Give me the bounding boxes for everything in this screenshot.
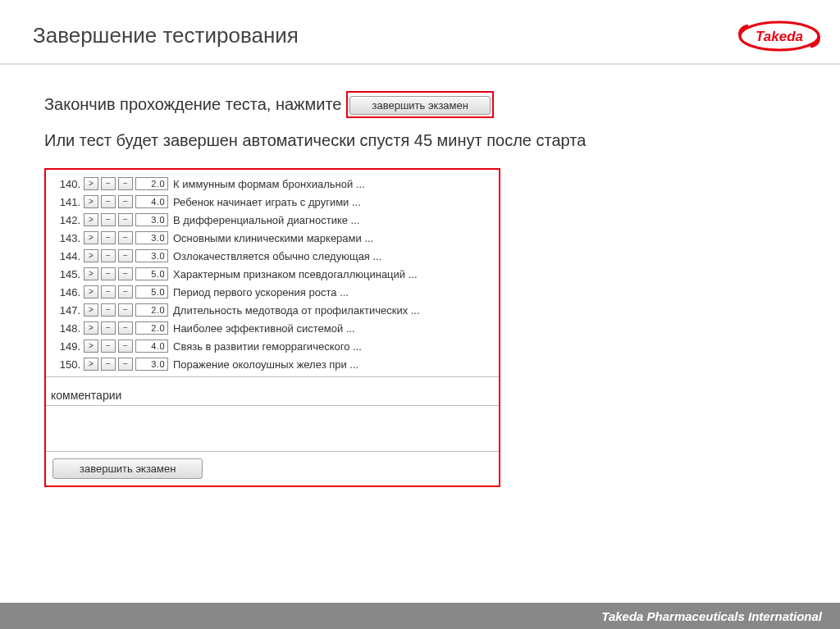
question-row: 147.>−−2.0Длительность медотвода от проф…: [46, 301, 499, 319]
instruction-text-2: Или тест будет завершен автоматически сп…: [44, 131, 586, 150]
minus-button[interactable]: −: [118, 195, 133, 208]
goto-question-button[interactable]: >: [84, 249, 98, 262]
minus-button[interactable]: −: [118, 249, 133, 262]
goto-question-button[interactable]: >: [84, 358, 98, 371]
question-row: 142.>−−3.0В дифференциальной диагностике…: [46, 211, 499, 229]
question-text: В дифференциальной диагностике ...: [173, 214, 492, 226]
goto-question-button[interactable]: >: [84, 213, 98, 226]
minus-button[interactable]: −: [118, 231, 133, 244]
goto-question-button[interactable]: >: [84, 285, 98, 299]
question-text: Наиболее эффективной системой ...: [173, 322, 492, 335]
footer: Takeda Pharmaceuticals International: [0, 603, 840, 629]
question-number: 143.: [52, 232, 84, 244]
goto-question-button[interactable]: >: [84, 195, 98, 208]
instruction-line-2: Или тест будет завершен автоматически сп…: [44, 131, 796, 150]
question-text: Длительность медотвода от профилактическ…: [173, 304, 492, 317]
question-number: 144.: [52, 250, 84, 262]
goto-question-button[interactable]: >: [84, 267, 98, 280]
question-text: К иммунным формам бронхиальной ...: [173, 178, 492, 190]
question-number: 148.: [52, 322, 84, 335]
question-text: Озлокачествляется обычно следующая ...: [173, 250, 492, 262]
goto-question-button[interactable]: >: [84, 321, 98, 335]
footer-text: Takeda Pharmaceuticals International: [601, 609, 822, 623]
question-number: 150.: [52, 358, 84, 371]
question-number: 149.: [52, 340, 84, 353]
test-panel: 140.>−−2.0К иммунным формам бронхиальной…: [44, 168, 500, 487]
question-text: Основными клиническими маркерами ...: [173, 232, 492, 244]
minus-button[interactable]: −: [101, 195, 116, 208]
question-text: Связь в развитии геморрагического ...: [173, 340, 492, 353]
question-score: 2.0: [135, 177, 168, 190]
finish-bar: завершить экзамен: [46, 451, 499, 485]
minus-button[interactable]: −: [101, 213, 116, 226]
question-text: Характерным признаком псевдогаллюцинаций…: [173, 268, 492, 280]
minus-button[interactable]: −: [101, 249, 116, 262]
minus-button[interactable]: −: [118, 267, 133, 280]
question-row: 145.>−−5.0Характерным признаком псевдога…: [46, 265, 499, 283]
minus-button[interactable]: −: [101, 285, 116, 299]
question-score: 2.0: [135, 303, 168, 317]
minus-button[interactable]: −: [101, 231, 116, 244]
minus-button[interactable]: −: [101, 340, 116, 353]
goto-question-button[interactable]: >: [84, 340, 98, 353]
finish-exam-button-inline[interactable]: завершить экзамен: [349, 96, 490, 115]
minus-button[interactable]: −: [118, 358, 133, 371]
question-score: 2.0: [135, 321, 168, 335]
minus-button[interactable]: −: [101, 177, 116, 190]
question-number: 145.: [52, 268, 84, 280]
goto-question-button[interactable]: >: [84, 303, 98, 317]
content-area: Закончив прохождение теста, нажмите заве…: [0, 65, 840, 487]
question-number: 142.: [52, 214, 84, 226]
instruction-line-1: Закончив прохождение теста, нажмите заве…: [44, 91, 796, 118]
question-row: 149.>−−4.0Связь в развитии геморрагическ…: [46, 337, 499, 355]
minus-button[interactable]: −: [101, 321, 116, 335]
comments-label: комментарии: [46, 376, 499, 405]
minus-button[interactable]: −: [118, 340, 133, 353]
question-number: 141.: [52, 196, 84, 208]
minus-button[interactable]: −: [118, 213, 133, 226]
inline-finish-button-highlight: завершить экзамен: [346, 91, 493, 118]
brand-logo: Takeda: [737, 18, 822, 57]
brand-logo-text: Takeda: [756, 29, 803, 44]
question-row: 144.>−−3.0Озлокачествляется обычно следу…: [46, 247, 499, 265]
question-row: 140.>−−2.0К иммунным формам бронхиальной…: [46, 175, 499, 193]
question-score: 4.0: [135, 340, 168, 353]
question-score: 3.0: [135, 358, 168, 371]
question-number: 146.: [52, 286, 84, 299]
question-score: 3.0: [135, 249, 168, 262]
question-score: 5.0: [135, 267, 168, 280]
page-header: Завершение тестирования Takeda: [0, 0, 840, 65]
question-score: 3.0: [135, 231, 168, 244]
question-text: Ребенок начинает играть с другими ...: [173, 196, 492, 208]
finish-exam-button[interactable]: завершить экзамен: [52, 458, 203, 479]
question-score: 4.0: [135, 195, 168, 208]
minus-button[interactable]: −: [101, 358, 116, 371]
goto-question-button[interactable]: >: [84, 177, 98, 190]
question-row: 150.>−−3.0Поражение околоушных желез при…: [46, 355, 499, 373]
minus-button[interactable]: −: [118, 303, 133, 317]
question-score: 3.0: [135, 213, 168, 226]
comments-box[interactable]: [46, 405, 499, 451]
question-row: 141.>−−4.0Ребенок начинает играть с друг…: [46, 193, 499, 211]
minus-button[interactable]: −: [101, 267, 116, 280]
question-text: Поражение околоушных желез при ...: [173, 358, 492, 371]
question-row: 143.>−−3.0Основными клиническими маркера…: [46, 229, 499, 247]
minus-button[interactable]: −: [118, 285, 133, 299]
instruction-text-1: Закончив прохождение теста, нажмите: [44, 95, 341, 114]
question-score: 5.0: [135, 285, 168, 299]
minus-button[interactable]: −: [118, 177, 133, 190]
question-text: Период первого ускорения роста ...: [173, 286, 492, 299]
minus-button[interactable]: −: [118, 321, 133, 335]
minus-button[interactable]: −: [101, 303, 116, 317]
question-number: 147.: [52, 304, 84, 317]
question-list: 140.>−−2.0К иммунным формам бронхиальной…: [46, 170, 499, 376]
question-number: 140.: [52, 178, 84, 190]
question-row: 146.>−−5.0Период первого ускорения роста…: [46, 283, 499, 301]
goto-question-button[interactable]: >: [84, 231, 98, 244]
page-title: Завершение тестирования: [33, 23, 807, 48]
question-row: 148.>−−2.0Наиболее эффективной системой …: [46, 319, 499, 337]
